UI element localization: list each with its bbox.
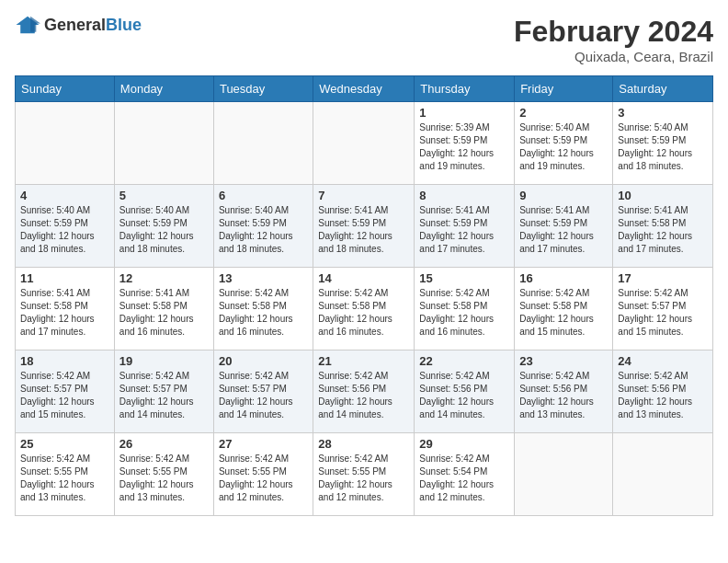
day-info: Sunrise: 5:42 AM Sunset: 5:58 PM Dayligh… (419, 287, 509, 339)
day-number: 21 (318, 354, 409, 368)
month-year: February 2024 (514, 15, 713, 49)
calendar-cell: 14Sunrise: 5:42 AM Sunset: 5:58 PM Dayli… (313, 268, 415, 350)
day-number: 23 (519, 354, 608, 368)
logo-icon (15, 15, 40, 35)
weekday-header-saturday: Saturday (613, 76, 713, 102)
page-header: GeneralBlue February 2024 Quixada, Ceara… (15, 15, 713, 64)
logo-text: GeneralBlue (44, 16, 142, 35)
day-number: 28 (318, 437, 409, 451)
day-info: Sunrise: 5:40 AM Sunset: 5:59 PM Dayligh… (219, 204, 308, 256)
title-block: February 2024 Quixada, Ceara, Brazil (514, 15, 713, 64)
day-info: Sunrise: 5:42 AM Sunset: 5:58 PM Dayligh… (519, 287, 608, 339)
calendar-cell: 25Sunrise: 5:42 AM Sunset: 5:55 PM Dayli… (16, 433, 115, 516)
day-info: Sunrise: 5:42 AM Sunset: 5:55 PM Dayligh… (119, 453, 209, 504)
day-number: 9 (519, 189, 608, 202)
calendar-cell: 15Sunrise: 5:42 AM Sunset: 5:58 PM Dayli… (415, 268, 515, 350)
day-number: 14 (318, 271, 409, 285)
day-number: 16 (519, 271, 608, 285)
day-info: Sunrise: 5:41 AM Sunset: 5:58 PM Dayligh… (20, 287, 109, 339)
weekday-header-tuesday: Tuesday (213, 76, 313, 102)
day-info: Sunrise: 5:42 AM Sunset: 5:57 PM Dayligh… (219, 370, 308, 421)
day-info: Sunrise: 5:41 AM Sunset: 5:59 PM Dayligh… (519, 204, 608, 256)
day-info: Sunrise: 5:41 AM Sunset: 5:58 PM Dayligh… (119, 287, 209, 339)
calendar-cell: 3Sunrise: 5:40 AM Sunset: 5:59 PM Daylig… (613, 102, 713, 185)
day-number: 7 (318, 189, 409, 202)
day-info: Sunrise: 5:42 AM Sunset: 5:57 PM Dayligh… (20, 370, 109, 421)
weekday-header-wednesday: Wednesday (313, 76, 415, 102)
day-info: Sunrise: 5:40 AM Sunset: 5:59 PM Dayligh… (119, 204, 209, 256)
calendar-cell: 6Sunrise: 5:40 AM Sunset: 5:59 PM Daylig… (213, 185, 313, 268)
day-number: 17 (618, 271, 708, 285)
calendar-cell (114, 102, 213, 185)
calendar-cell: 23Sunrise: 5:42 AM Sunset: 5:56 PM Dayli… (515, 350, 613, 433)
calendar-cell: 22Sunrise: 5:42 AM Sunset: 5:56 PM Dayli… (415, 350, 515, 433)
day-number: 4 (20, 189, 109, 202)
calendar-cell: 8Sunrise: 5:41 AM Sunset: 5:59 PM Daylig… (415, 185, 515, 268)
calendar-cell (613, 433, 713, 516)
day-info: Sunrise: 5:41 AM Sunset: 5:58 PM Dayligh… (618, 204, 708, 256)
calendar-cell (213, 102, 313, 185)
day-info: Sunrise: 5:42 AM Sunset: 5:55 PM Dayligh… (318, 453, 409, 504)
day-number: 25 (20, 437, 109, 451)
calendar-cell (16, 102, 115, 185)
day-info: Sunrise: 5:42 AM Sunset: 5:55 PM Dayligh… (219, 453, 308, 504)
logo: GeneralBlue (15, 15, 142, 35)
day-info: Sunrise: 5:40 AM Sunset: 5:59 PM Dayligh… (618, 121, 708, 173)
calendar-cell: 21Sunrise: 5:42 AM Sunset: 5:56 PM Dayli… (313, 350, 415, 433)
day-number: 1 (419, 106, 509, 120)
calendar-cell: 16Sunrise: 5:42 AM Sunset: 5:58 PM Dayli… (515, 268, 613, 350)
calendar-cell: 2Sunrise: 5:40 AM Sunset: 5:59 PM Daylig… (515, 102, 613, 185)
calendar-cell: 28Sunrise: 5:42 AM Sunset: 5:55 PM Dayli… (313, 433, 415, 516)
day-info: Sunrise: 5:42 AM Sunset: 5:56 PM Dayligh… (318, 370, 409, 421)
day-number: 3 (618, 106, 708, 120)
calendar-cell: 12Sunrise: 5:41 AM Sunset: 5:58 PM Dayli… (114, 268, 213, 350)
day-info: Sunrise: 5:42 AM Sunset: 5:57 PM Dayligh… (119, 370, 209, 421)
day-info: Sunrise: 5:40 AM Sunset: 5:59 PM Dayligh… (20, 204, 109, 256)
day-info: Sunrise: 5:42 AM Sunset: 5:57 PM Dayligh… (618, 287, 708, 339)
day-info: Sunrise: 5:41 AM Sunset: 5:59 PM Dayligh… (318, 204, 409, 256)
day-info: Sunrise: 5:42 AM Sunset: 5:56 PM Dayligh… (618, 370, 708, 421)
day-number: 2 (519, 106, 608, 120)
day-number: 27 (219, 437, 308, 451)
day-number: 15 (419, 271, 509, 285)
day-info: Sunrise: 5:39 AM Sunset: 5:59 PM Dayligh… (419, 121, 509, 173)
day-info: Sunrise: 5:42 AM Sunset: 5:58 PM Dayligh… (219, 287, 308, 339)
calendar-cell: 4Sunrise: 5:40 AM Sunset: 5:59 PM Daylig… (16, 185, 115, 268)
weekday-header-row: SundayMondayTuesdayWednesdayThursdayFrid… (16, 76, 713, 102)
day-info: Sunrise: 5:42 AM Sunset: 5:58 PM Dayligh… (318, 287, 409, 339)
day-number: 18 (20, 354, 109, 368)
day-info: Sunrise: 5:42 AM Sunset: 5:56 PM Dayligh… (519, 370, 608, 421)
calendar-cell: 5Sunrise: 5:40 AM Sunset: 5:59 PM Daylig… (114, 185, 213, 268)
calendar-cell: 9Sunrise: 5:41 AM Sunset: 5:59 PM Daylig… (515, 185, 613, 268)
location: Quixada, Ceara, Brazil (514, 49, 713, 64)
calendar-cell: 10Sunrise: 5:41 AM Sunset: 5:58 PM Dayli… (613, 185, 713, 268)
calendar-cell: 26Sunrise: 5:42 AM Sunset: 5:55 PM Dayli… (114, 433, 213, 516)
day-number: 8 (419, 189, 509, 202)
day-info: Sunrise: 5:42 AM Sunset: 5:54 PM Dayligh… (419, 453, 509, 504)
day-number: 10 (618, 189, 708, 202)
calendar-week-5: 25Sunrise: 5:42 AM Sunset: 5:55 PM Dayli… (16, 433, 713, 516)
calendar-week-1: 1Sunrise: 5:39 AM Sunset: 5:59 PM Daylig… (16, 102, 713, 185)
calendar-cell: 13Sunrise: 5:42 AM Sunset: 5:58 PM Dayli… (213, 268, 313, 350)
calendar-cell: 18Sunrise: 5:42 AM Sunset: 5:57 PM Dayli… (16, 350, 115, 433)
svg-marker-1 (30, 17, 40, 32)
calendar-cell: 20Sunrise: 5:42 AM Sunset: 5:57 PM Dayli… (213, 350, 313, 433)
calendar-cell: 7Sunrise: 5:41 AM Sunset: 5:59 PM Daylig… (313, 185, 415, 268)
day-number: 11 (20, 271, 109, 285)
day-info: Sunrise: 5:42 AM Sunset: 5:55 PM Dayligh… (20, 453, 109, 504)
calendar-week-2: 4Sunrise: 5:40 AM Sunset: 5:59 PM Daylig… (16, 185, 713, 268)
day-number: 12 (119, 271, 209, 285)
day-number: 22 (419, 354, 509, 368)
calendar-cell: 29Sunrise: 5:42 AM Sunset: 5:54 PM Dayli… (415, 433, 515, 516)
day-number: 24 (618, 354, 708, 368)
weekday-header-friday: Friday (515, 76, 613, 102)
day-number: 6 (219, 189, 308, 202)
calendar-table: SundayMondayTuesdayWednesdayThursdayFrid… (15, 75, 713, 516)
day-number: 13 (219, 271, 308, 285)
day-number: 29 (419, 437, 509, 451)
weekday-header-sunday: Sunday (16, 76, 115, 102)
day-number: 20 (219, 354, 308, 368)
calendar-week-3: 11Sunrise: 5:41 AM Sunset: 5:58 PM Dayli… (16, 268, 713, 350)
calendar-cell: 1Sunrise: 5:39 AM Sunset: 5:59 PM Daylig… (415, 102, 515, 185)
weekday-header-monday: Monday (114, 76, 213, 102)
